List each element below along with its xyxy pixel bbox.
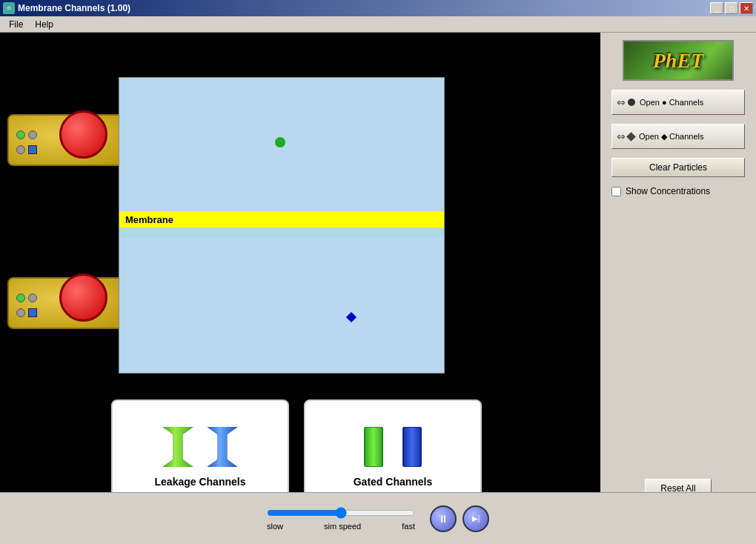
diamond-shape [626, 132, 636, 142]
title-bar: ⚛ Membrane Channels (1.00) _ □ ✕ [0, 0, 756, 16]
gated-green-icon [362, 427, 385, 467]
indicator-gray2-top [16, 145, 25, 154]
svg-rect-4 [365, 427, 382, 467]
move-icon-diamond: ⇔ [617, 130, 634, 142]
open-diamond-channels-button[interactable]: ⇔ Open ◆ Channels [611, 124, 745, 149]
speed-labels: slow sim speed fast [267, 522, 415, 531]
right-panel: PhET ⇔ Open ● Channels ⇔ Open ◆ Channels… [600, 33, 756, 544]
particle-green [275, 137, 285, 147]
leakage-blue-icon [208, 427, 237, 467]
menu-help[interactable]: Help [29, 18, 59, 31]
svg-rect-5 [403, 427, 421, 467]
window-title: Membrane Channels (1.00) [18, 3, 130, 13]
gun-indicators-top [16, 130, 37, 154]
arrows-icon-green: ⇔ [617, 96, 626, 108]
indicator-square-top [28, 145, 37, 154]
main-window: Membrane [0, 33, 756, 544]
clear-particles-button[interactable]: Clear Particles [611, 158, 745, 177]
show-concentrations-row: Show Concentrations [611, 186, 745, 196]
membrane-bottom-region [119, 237, 444, 373]
membrane-bar: Membrane [119, 210, 444, 228]
gated-label: Gated Channels [354, 476, 433, 488]
pause-button[interactable]: ⏸ [430, 505, 457, 532]
step-icon: ▶| [472, 514, 480, 523]
maximize-button[interactable]: □ [725, 2, 738, 14]
indicator-green-top [16, 130, 25, 139]
open-green-channels-button[interactable]: ⇔ Open ● Channels [611, 90, 745, 115]
bottom-controls: slow sim speed fast ⏸ ▶| [0, 492, 756, 544]
open-diamond-label: Open ◆ Channels [639, 132, 704, 142]
green-dot [628, 99, 635, 106]
fast-label: fast [402, 522, 415, 531]
speed-slider[interactable] [267, 507, 415, 519]
close-button[interactable]: ✕ [740, 2, 753, 14]
indicator-green-bottom [16, 293, 25, 302]
phet-text: PhET [653, 49, 703, 73]
speed-control: slow sim speed fast [267, 507, 415, 531]
menu-bar: File Help [0, 16, 756, 33]
speed-label: sim speed [324, 522, 361, 531]
sim-area: Membrane [0, 33, 600, 544]
leakage-label: Leakage Channels [155, 476, 246, 488]
show-concentrations-label: Show Concentrations [626, 186, 710, 196]
gated-channel-icons [362, 427, 424, 467]
svg-marker-1 [163, 427, 193, 467]
indicator-square-bottom [28, 308, 37, 317]
open-green-label: Open ● Channels [640, 98, 703, 107]
gun-indicators-bottom [16, 293, 37, 317]
show-concentrations-checkbox[interactable] [611, 187, 621, 196]
pause-icon: ⏸ [438, 513, 448, 525]
gun-red-circle-top[interactable] [59, 110, 107, 159]
membrane-label: Membrane [125, 214, 173, 225]
window-controls: _ □ ✕ [710, 2, 753, 14]
phet-logo: PhET [623, 40, 734, 81]
app-icon: ⚛ [3, 2, 15, 14]
membrane-viewport: Membrane [119, 77, 445, 374]
slow-label: slow [267, 522, 283, 531]
indicator-gray2-bottom [16, 308, 25, 317]
leakage-channel-icons [163, 427, 237, 467]
leakage-green-icon [163, 427, 193, 467]
step-button[interactable]: ▶| [462, 505, 489, 532]
svg-marker-3 [208, 427, 237, 467]
minimize-button[interactable]: _ [710, 2, 723, 14]
gun-red-circle-bottom[interactable] [59, 273, 107, 322]
indicator-gray-top [28, 130, 37, 139]
gated-blue-icon [400, 427, 424, 467]
menu-file[interactable]: File [3, 18, 29, 31]
media-buttons: ⏸ ▶| [430, 505, 489, 532]
move-icon-green: ⇔ [617, 96, 635, 108]
membrane-top-region [119, 78, 444, 219]
arrows-icon-diamond: ⇔ [617, 130, 626, 142]
indicator-gray-bottom [28, 293, 37, 302]
